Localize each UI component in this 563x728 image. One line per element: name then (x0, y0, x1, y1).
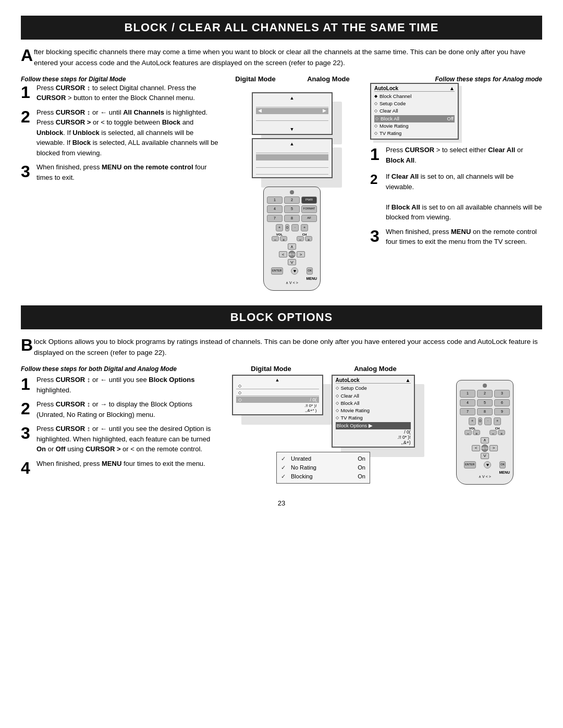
r2-btn-5[interactable]: 5 (477, 399, 493, 406)
step2-2: 2 Press CURSOR ↕ or → to display the Blo… (21, 399, 219, 419)
remote2-top-light (460, 384, 510, 388)
remote-wrap-1: 1 2 PWR 4 5 FORMAT 7 8 AF + 0 (263, 187, 321, 291)
analog-steps-list: 1 Press CURSOR > to select either Clear … (370, 145, 542, 247)
r2-dot[interactable]: · (484, 417, 492, 425)
r2-btn-2[interactable]: 2 (477, 390, 493, 397)
digital-screen-2-wrap: ▲ (252, 138, 333, 178)
r2-plus[interactable]: + (469, 417, 476, 425)
diamond-2: ◇ (374, 101, 377, 107)
drop-cap-b: B (21, 339, 33, 352)
r2-btn-7[interactable]: 7 (460, 408, 475, 415)
btn-power[interactable]: PWR (301, 196, 317, 204)
btn-0[interactable]: 0 (285, 224, 289, 231)
r2-vol-dn[interactable]: − (464, 430, 472, 435)
btn-1[interactable]: 1 (267, 196, 283, 204)
mode-titles-row: Follow these steps for Digital Mode Digi… (21, 75, 542, 83)
btn-af[interactable]: AF (301, 215, 317, 222)
r2-ok[interactable]: OK (499, 461, 506, 468)
step-num-r1: 1 (370, 146, 382, 163)
step-2a-analog: 2 If Clear All is set to on, all channel… (370, 171, 542, 223)
vol-up[interactable]: + (280, 236, 287, 241)
section1-header: BLOCK / CLEAR ALL CHANNELS AT THE SAME T… (21, 16, 542, 40)
btn-plus[interactable]: + (276, 224, 283, 231)
follow-digital-label: Follow these steps for Digital Mode (21, 75, 219, 83)
step-num-1: 1 (21, 84, 32, 101)
btn-heart[interactable]: ♥ (291, 267, 298, 275)
section2-intro-text: lock Options allows you to block program… (34, 338, 537, 356)
vol-btns: − + (272, 236, 287, 241)
btn-format[interactable]: FORMAT (301, 205, 317, 213)
r2-0[interactable]: 0 (478, 417, 482, 425)
btn-minus[interactable]: + (301, 224, 308, 231)
step2-3: 3 Press CURSOR ↕ or ← until you see the … (21, 424, 219, 454)
r2-enter[interactable]: ENTER (464, 461, 476, 468)
btn-5[interactable]: 5 (284, 205, 300, 213)
r2-nav-up[interactable]: ∧ (481, 437, 489, 443)
r2-btn-6[interactable]: 6 (494, 399, 510, 406)
remote-1: 1 2 PWR 4 5 FORMAT 7 8 AF + 0 (263, 187, 321, 291)
r2-btn-3[interactable]: 3 (494, 390, 510, 397)
analog2-sub-vals: / 0(.!! 0* )!,,&+) (336, 429, 411, 445)
r2-btn-9[interactable]: 9 (494, 408, 510, 415)
digital-screen-1-wrap: ▲ ◀▶ ▼ (252, 92, 333, 135)
remote-container-2: 1 2 3 4 5 6 7 8 9 + 0 (456, 380, 513, 485)
digital-screen-1: ▲ ◀▶ ▼ (252, 92, 333, 135)
step2-num-2: 2 (21, 400, 32, 417)
dig-line-3 (256, 115, 328, 121)
r2-nav-left[interactable]: < (472, 445, 480, 451)
menu-arrows-2: ∧ V < > (460, 475, 510, 479)
r2-heart[interactable]: ♥ (484, 461, 491, 468)
btn-8[interactable]: 8 (284, 215, 300, 222)
nav-left[interactable]: < (279, 251, 287, 257)
option-label-2: No Rating (291, 464, 352, 471)
r2-vol-up[interactable]: + (473, 430, 480, 435)
btn-7[interactable]: 7 (267, 215, 283, 222)
analog2-item-1: ◇ Setup Code (336, 385, 411, 392)
section1: BLOCK / CLEAR ALL CHANNELS AT THE SAME T… (21, 16, 542, 291)
analog2-arrow: ▲ (406, 377, 411, 383)
nav-up[interactable]: ∧ (288, 243, 296, 250)
remote-2: 1 2 3 4 5 6 7 8 9 + 0 (456, 380, 513, 485)
power-light (290, 190, 294, 194)
btn-2[interactable]: 2 (284, 196, 300, 204)
analog2-item-4: ◇ Movie Rating (336, 407, 411, 414)
r2-nav-mid: < MENU > (472, 445, 498, 452)
r2-nav-down[interactable]: V (481, 453, 489, 459)
analog2-title: AutoLock (336, 377, 360, 383)
analog-item-text-5: Movie Rating (380, 122, 408, 130)
vol-block: VOL − + (272, 233, 287, 241)
section1-intro-text: fter blocking specific channels there ma… (34, 48, 525, 67)
analog-title: AutoLock (374, 85, 398, 91)
ch-block: CH − + (297, 233, 312, 241)
btn-ok[interactable]: OK (307, 267, 313, 275)
r2-ch: CH − + (489, 427, 505, 435)
ch-up[interactable]: + (305, 236, 312, 241)
r2-nav-right[interactable]: > (489, 445, 498, 451)
r2-btn-8[interactable]: 8 (477, 408, 493, 415)
nav-down[interactable]: V (288, 259, 296, 265)
screen-arrow-down-1: ▼ (256, 127, 328, 132)
analog-screen-wrap: AutoLock ▲ ◆ Block Channel ◇ Setup Code … (370, 83, 459, 140)
r2-nav-ok[interactable]: MENU (481, 445, 488, 452)
r2-plus2[interactable]: + (494, 417, 501, 425)
step2-text-4: When finished, press MENU four times to … (36, 459, 219, 469)
r2-ch-up[interactable]: + (498, 430, 505, 435)
section2-digital-label: Digital Mode (219, 365, 323, 373)
option-val-3: On (358, 473, 365, 480)
vol-down[interactable]: − (272, 236, 279, 241)
nav-ok[interactable]: MENU (288, 251, 296, 258)
r2-nav-bot: V (481, 453, 489, 459)
nav-mid-row: < MENU > (279, 251, 305, 258)
r2-btn-1[interactable]: 1 (460, 390, 475, 397)
digital-screen-s2: ▲ ◇ ◇ ◇ / 0( .!! 0* )! ,,&+* ) (232, 375, 323, 415)
ch-down[interactable]: − (297, 236, 304, 241)
r2-ch-dn[interactable]: − (489, 430, 497, 435)
nav-right[interactable]: > (297, 251, 305, 257)
analog2-item-2: ◇ Clear All (336, 392, 411, 400)
r2-btn-4[interactable]: 4 (460, 399, 475, 406)
btn-dot[interactable]: · (291, 224, 299, 231)
option-label-1: Unrated (291, 455, 352, 462)
btn-enter[interactable]: ENTER (271, 267, 283, 275)
step-num-r3: 3 (370, 228, 382, 244)
btn-4[interactable]: 4 (267, 205, 283, 213)
